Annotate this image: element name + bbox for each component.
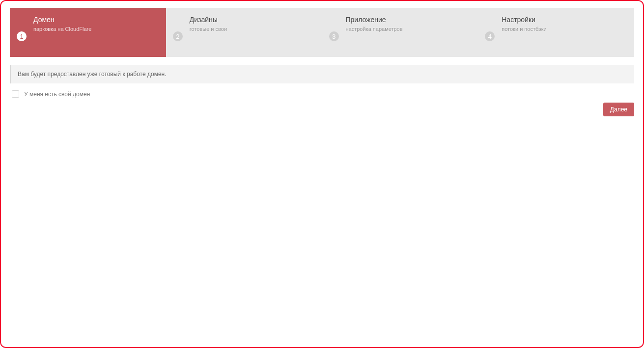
step-badge: 2 [173, 31, 183, 41]
step-badge: 3 [329, 31, 339, 41]
step-subtitle: готовые и свои [190, 26, 315, 32]
own-domain-checkbox[interactable] [12, 90, 19, 98]
step-title: Настройки [502, 16, 627, 24]
own-domain-label[interactable]: У меня есть свой домен [24, 91, 90, 98]
wizard-steps: Домен парковка на CloudFlare 1 Дизайны г… [10, 8, 634, 57]
step-subtitle: настройка параметров [346, 26, 472, 32]
step-title: Домен [33, 16, 159, 24]
step-domain[interactable]: Домен парковка на CloudFlare 1 [10, 8, 166, 57]
step-badge: 1 [17, 31, 27, 41]
step-title: Дизайны [190, 16, 315, 24]
wizard-frame: Домен парковка на CloudFlare 1 Дизайны г… [0, 0, 644, 348]
step-designs[interactable]: Дизайны готовые и свои 2 [166, 8, 322, 57]
next-button[interactable]: Далее [603, 103, 634, 116]
step-title: Приложение [346, 16, 472, 24]
step-subtitle: потоки и постбэки [502, 26, 627, 32]
step-application[interactable]: Приложение настройка параметров 3 [322, 8, 478, 57]
actions-row: Далее [10, 103, 634, 116]
step-subtitle: парковка на CloudFlare [33, 26, 159, 32]
info-message: Вам будет предоставлен уже готовый к раб… [10, 65, 634, 83]
own-domain-row: У меня есть свой домен [10, 90, 634, 98]
step-badge: 4 [485, 31, 495, 41]
step-settings[interactable]: Настройки потоки и постбэки 4 [478, 8, 634, 57]
